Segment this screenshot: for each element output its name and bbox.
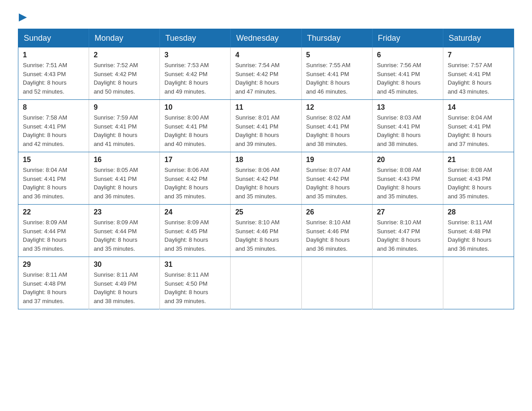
calendar-week-row: 8Sunrise: 7:58 AMSunset: 4:41 PMDaylight… xyxy=(18,100,514,152)
day-number: 26 xyxy=(306,208,368,216)
day-number: 22 xyxy=(23,208,84,216)
calendar-cell: 12Sunrise: 8:02 AMSunset: 4:41 PMDayligh… xyxy=(301,100,372,152)
day-number: 30 xyxy=(94,261,155,269)
calendar-cell xyxy=(372,257,443,309)
calendar-cell: 10Sunrise: 8:00 AMSunset: 4:41 PMDayligh… xyxy=(160,100,231,152)
day-info: Sunrise: 7:55 AMSunset: 4:41 PMDaylight:… xyxy=(306,61,368,96)
calendar-cell: 23Sunrise: 8:09 AMSunset: 4:44 PMDayligh… xyxy=(89,205,160,257)
day-info: Sunrise: 8:00 AMSunset: 4:41 PMDaylight:… xyxy=(164,113,226,148)
day-info: Sunrise: 8:06 AMSunset: 4:42 PMDaylight:… xyxy=(235,166,296,201)
day-number: 27 xyxy=(377,208,438,216)
weekday-header-saturday: Saturday xyxy=(443,29,514,48)
day-info: Sunrise: 8:10 AMSunset: 4:46 PMDaylight:… xyxy=(235,218,296,253)
calendar-week-row: 29Sunrise: 8:11 AMSunset: 4:48 PMDayligh… xyxy=(18,257,514,309)
day-number: 13 xyxy=(377,103,438,111)
calendar-cell: 17Sunrise: 8:06 AMSunset: 4:42 PMDayligh… xyxy=(160,152,231,205)
day-number: 5 xyxy=(306,51,368,59)
day-info: Sunrise: 8:04 AMSunset: 4:41 PMDaylight:… xyxy=(448,113,509,148)
day-number: 8 xyxy=(23,103,84,111)
weekday-header-tuesday: Tuesday xyxy=(160,29,231,48)
day-info: Sunrise: 7:57 AMSunset: 4:41 PMDaylight:… xyxy=(448,61,509,96)
calendar-cell: 29Sunrise: 8:11 AMSunset: 4:48 PMDayligh… xyxy=(18,257,89,309)
day-info: Sunrise: 8:09 AMSunset: 4:44 PMDaylight:… xyxy=(23,218,84,253)
calendar-week-row: 1Sunrise: 7:51 AMSunset: 4:43 PMDaylight… xyxy=(18,47,514,100)
calendar-cell: 4Sunrise: 7:54 AMSunset: 4:42 PMDaylight… xyxy=(231,47,301,100)
day-number: 2 xyxy=(94,51,155,59)
calendar-cell: 27Sunrise: 8:10 AMSunset: 4:47 PMDayligh… xyxy=(372,205,443,257)
day-number: 3 xyxy=(164,51,226,59)
day-number: 7 xyxy=(448,51,509,59)
day-number: 12 xyxy=(306,103,368,111)
calendar-cell: 6Sunrise: 7:56 AMSunset: 4:41 PMDaylight… xyxy=(372,47,443,100)
day-info: Sunrise: 8:06 AMSunset: 4:42 PMDaylight:… xyxy=(164,166,226,201)
calendar-week-row: 15Sunrise: 8:04 AMSunset: 4:41 PMDayligh… xyxy=(18,152,514,205)
day-number: 17 xyxy=(164,156,226,164)
day-info: Sunrise: 8:08 AMSunset: 4:43 PMDaylight:… xyxy=(377,166,438,201)
day-info: Sunrise: 8:08 AMSunset: 4:43 PMDaylight:… xyxy=(448,166,509,201)
day-info: Sunrise: 7:58 AMSunset: 4:41 PMDaylight:… xyxy=(23,113,84,148)
calendar-cell: 26Sunrise: 8:10 AMSunset: 4:46 PMDayligh… xyxy=(301,205,372,257)
weekday-header-wednesday: Wednesday xyxy=(231,29,301,48)
day-number: 19 xyxy=(306,156,368,164)
logo-arrow-icon xyxy=(19,13,27,21)
day-number: 21 xyxy=(448,156,509,164)
day-number: 29 xyxy=(23,261,84,269)
day-number: 28 xyxy=(448,208,509,216)
day-info: Sunrise: 8:07 AMSunset: 4:42 PMDaylight:… xyxy=(306,166,368,201)
day-info: Sunrise: 8:09 AMSunset: 4:45 PMDaylight:… xyxy=(164,218,226,253)
calendar-cell xyxy=(301,257,372,309)
calendar-cell: 28Sunrise: 8:11 AMSunset: 4:48 PMDayligh… xyxy=(443,205,514,257)
weekday-header-row: SundayMondayTuesdayWednesdayThursdayFrid… xyxy=(18,29,514,48)
calendar-cell: 25Sunrise: 8:10 AMSunset: 4:46 PMDayligh… xyxy=(231,205,301,257)
day-number: 14 xyxy=(448,103,509,111)
day-info: Sunrise: 8:05 AMSunset: 4:41 PMDaylight:… xyxy=(94,166,155,201)
calendar-cell: 3Sunrise: 7:53 AMSunset: 4:42 PMDaylight… xyxy=(160,47,231,100)
calendar-week-row: 22Sunrise: 8:09 AMSunset: 4:44 PMDayligh… xyxy=(18,205,514,257)
day-number: 20 xyxy=(377,156,438,164)
day-info: Sunrise: 7:54 AMSunset: 4:42 PMDaylight:… xyxy=(235,61,296,96)
day-number: 10 xyxy=(164,103,226,111)
weekday-header-monday: Monday xyxy=(89,29,160,48)
day-number: 15 xyxy=(23,156,84,164)
day-info: Sunrise: 8:03 AMSunset: 4:41 PMDaylight:… xyxy=(377,113,438,148)
calendar-cell: 31Sunrise: 8:11 AMSunset: 4:50 PMDayligh… xyxy=(160,257,231,309)
day-number: 11 xyxy=(235,103,296,111)
day-info: Sunrise: 8:11 AMSunset: 4:50 PMDaylight:… xyxy=(164,270,226,305)
calendar-cell: 11Sunrise: 8:01 AMSunset: 4:41 PMDayligh… xyxy=(231,100,301,152)
day-number: 25 xyxy=(235,208,296,216)
day-number: 16 xyxy=(94,156,155,164)
day-info: Sunrise: 8:11 AMSunset: 4:49 PMDaylight:… xyxy=(94,270,155,305)
day-number: 1 xyxy=(23,51,84,59)
calendar-cell: 14Sunrise: 8:04 AMSunset: 4:41 PMDayligh… xyxy=(443,100,514,152)
weekday-header-friday: Friday xyxy=(372,29,443,48)
page-header xyxy=(18,13,514,20)
calendar-cell: 15Sunrise: 8:04 AMSunset: 4:41 PMDayligh… xyxy=(18,152,89,205)
logo-area xyxy=(18,13,28,20)
day-info: Sunrise: 8:10 AMSunset: 4:47 PMDaylight:… xyxy=(377,218,438,253)
calendar-cell: 30Sunrise: 8:11 AMSunset: 4:49 PMDayligh… xyxy=(89,257,160,309)
day-info: Sunrise: 7:53 AMSunset: 4:42 PMDaylight:… xyxy=(164,61,226,96)
day-info: Sunrise: 7:52 AMSunset: 4:42 PMDaylight:… xyxy=(94,61,155,96)
day-info: Sunrise: 8:11 AMSunset: 4:48 PMDaylight:… xyxy=(23,270,84,305)
calendar-cell: 5Sunrise: 7:55 AMSunset: 4:41 PMDaylight… xyxy=(301,47,372,100)
day-number: 9 xyxy=(94,103,155,111)
day-info: Sunrise: 7:59 AMSunset: 4:41 PMDaylight:… xyxy=(94,113,155,148)
day-number: 24 xyxy=(164,208,226,216)
calendar-cell: 9Sunrise: 7:59 AMSunset: 4:41 PMDaylight… xyxy=(89,100,160,152)
day-info: Sunrise: 8:09 AMSunset: 4:44 PMDaylight:… xyxy=(94,218,155,253)
calendar-table: SundayMondayTuesdayWednesdayThursdayFrid… xyxy=(18,29,514,309)
day-number: 23 xyxy=(94,208,155,216)
calendar-cell: 7Sunrise: 7:57 AMSunset: 4:41 PMDaylight… xyxy=(443,47,514,100)
calendar-cell: 16Sunrise: 8:05 AMSunset: 4:41 PMDayligh… xyxy=(89,152,160,205)
day-number: 6 xyxy=(377,51,438,59)
day-number: 18 xyxy=(235,156,296,164)
calendar-cell: 13Sunrise: 8:03 AMSunset: 4:41 PMDayligh… xyxy=(372,100,443,152)
day-info: Sunrise: 8:01 AMSunset: 4:41 PMDaylight:… xyxy=(235,113,296,148)
calendar-cell: 8Sunrise: 7:58 AMSunset: 4:41 PMDaylight… xyxy=(18,100,89,152)
weekday-header-sunday: Sunday xyxy=(18,29,89,48)
calendar-cell xyxy=(231,257,301,309)
calendar-cell: 19Sunrise: 8:07 AMSunset: 4:42 PMDayligh… xyxy=(301,152,372,205)
calendar-cell: 24Sunrise: 8:09 AMSunset: 4:45 PMDayligh… xyxy=(160,205,231,257)
day-info: Sunrise: 7:56 AMSunset: 4:41 PMDaylight:… xyxy=(377,61,438,96)
day-info: Sunrise: 8:10 AMSunset: 4:46 PMDaylight:… xyxy=(306,218,368,253)
